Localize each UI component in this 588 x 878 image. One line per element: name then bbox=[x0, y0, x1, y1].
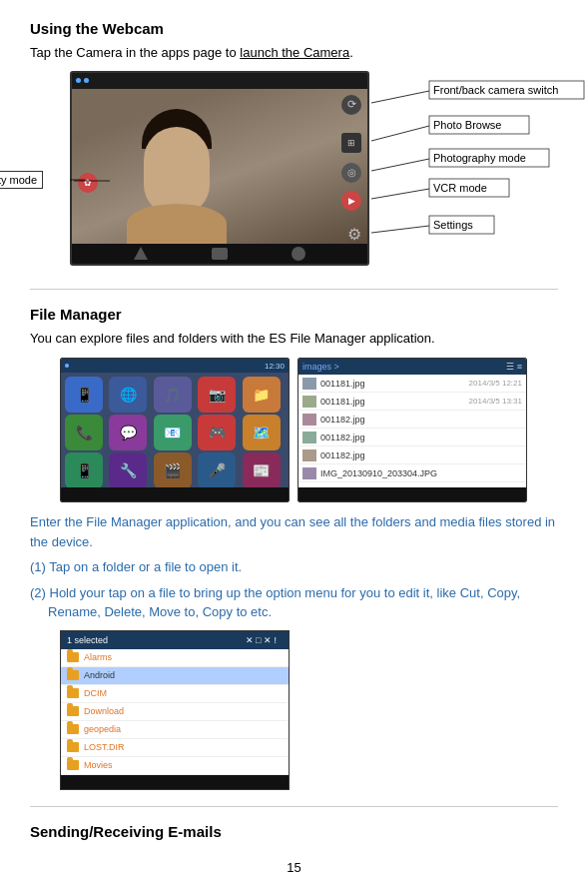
file-list-header: images > ☰ ≡ bbox=[298, 359, 526, 375]
folder-icon bbox=[67, 760, 79, 770]
file-manager-intro: You can explore files and folders with t… bbox=[30, 329, 558, 349]
fm-bottom-screenshot: 1 selected ✕ □ ✕ ! Alarms Android DCIM D… bbox=[60, 630, 290, 790]
page-number: 15 bbox=[30, 860, 558, 875]
instruction-2: (2) Hold your tap on a file to bring up … bbox=[30, 583, 558, 622]
section-divider-2 bbox=[30, 806, 558, 807]
folder-icon bbox=[67, 706, 79, 716]
camera-image: ⟳ ⊞ ◎ ▶ ⚙ ✿ bbox=[70, 71, 369, 266]
folder-icon bbox=[67, 670, 79, 680]
app-icon: 📷 bbox=[198, 377, 236, 413]
svg-line-2 bbox=[371, 126, 429, 141]
svg-rect-5 bbox=[429, 149, 549, 167]
svg-line-4 bbox=[371, 159, 429, 171]
file-list-item: 001181.jpg 2014/3/5 13:31 bbox=[298, 393, 526, 411]
nav-home-icon bbox=[212, 248, 228, 260]
app-icon: 🔧 bbox=[109, 452, 147, 488]
vcr-mode-label: VCR mode bbox=[433, 182, 487, 194]
instruction-1: (1) Tap on a folder or a file to open it… bbox=[30, 557, 558, 577]
settings-label: Settings bbox=[433, 219, 473, 231]
folder-icon bbox=[67, 742, 79, 752]
app-icon: 🎤 bbox=[198, 452, 236, 488]
sending-section: Sending/Receiving E-mails bbox=[30, 823, 558, 840]
file-manager-section: File Manager You can explore files and f… bbox=[30, 306, 558, 790]
webcam-intro: Tap the Camera in the apps page to launc… bbox=[30, 43, 558, 63]
app-icon: 🌐 bbox=[109, 377, 147, 413]
app-icon: 🎵 bbox=[154, 377, 192, 413]
svg-line-0 bbox=[371, 91, 429, 103]
folder-item-android: Android bbox=[61, 667, 289, 685]
file-screenshots-row: 12:30 📱 🌐 🎵 📷 📁 📞 💬 📧 🎮 🗺️ 📱 🔧 🎬 🎤 📰 bbox=[60, 358, 558, 502]
file-list-item: 001182.jpg bbox=[298, 429, 526, 446]
ss-status-bar: 12:30 bbox=[61, 359, 289, 373]
folder-icon bbox=[67, 688, 79, 698]
app-icon: 🗺️ bbox=[243, 415, 281, 450]
app-icon: 📱 bbox=[65, 377, 103, 413]
folder-icon bbox=[67, 652, 79, 662]
svg-rect-7 bbox=[429, 179, 509, 197]
sending-heading: Sending/Receiving E-mails bbox=[30, 823, 558, 840]
svg-line-8 bbox=[371, 226, 429, 233]
photography-mode-label: Photography mode bbox=[433, 152, 526, 164]
app-icon: 💬 bbox=[109, 415, 147, 450]
file-list-item: 001181.jpg 2014/3/5 12:21 bbox=[298, 375, 526, 393]
svg-rect-1 bbox=[429, 81, 584, 99]
app-icon: 📧 bbox=[154, 415, 192, 450]
app-icon: 🎮 bbox=[198, 415, 236, 450]
nav-bar bbox=[72, 244, 367, 264]
file-manager-heading: File Manager bbox=[30, 306, 558, 323]
front-back-label: Front/back camera switch bbox=[433, 84, 558, 96]
app-grid-screenshot: 12:30 📱 🌐 🎵 📷 📁 📞 💬 📧 🎮 🗺️ 📱 🔧 🎬 🎤 📰 bbox=[60, 358, 290, 502]
photo-browse-label: Photo Browse bbox=[433, 119, 501, 131]
vcr-mode-icon: ▶ bbox=[341, 191, 361, 211]
folder-icon bbox=[67, 724, 79, 734]
camera-status-bar bbox=[72, 73, 367, 89]
folder-item-movies: Movies bbox=[61, 757, 289, 775]
webcam-section: Using the Webcam Tap the Camera in the a… bbox=[30, 20, 558, 269]
svg-rect-3 bbox=[429, 116, 529, 134]
file-list-item: IMG_20130910_203304.JPG bbox=[298, 464, 526, 482]
shoulders bbox=[127, 204, 227, 244]
nav-back-icon bbox=[134, 247, 148, 260]
file-list-screenshot: images > ☰ ≡ 001181.jpg 2014/3/5 12:21 0… bbox=[297, 358, 527, 502]
app-icon: 📁 bbox=[243, 377, 281, 413]
app-icon: 📞 bbox=[65, 415, 103, 450]
app-icon: 📰 bbox=[243, 452, 281, 488]
beauty-icon: ✿ bbox=[78, 173, 98, 193]
svg-rect-9 bbox=[429, 216, 494, 234]
app-icon: 📱 bbox=[65, 452, 103, 488]
folder-item-geopedia: geopedia bbox=[61, 721, 289, 739]
file-manager-description: Enter the File Manager application, and … bbox=[30, 512, 558, 551]
folder-item-download: Download bbox=[61, 703, 289, 721]
photo-browse-icon: ⊞ bbox=[341, 133, 361, 153]
app-grid: 📱 🌐 🎵 📷 📁 📞 💬 📧 🎮 🗺️ 📱 🔧 🎬 🎤 📰 bbox=[61, 373, 289, 487]
camera-switch-icon: ⟳ bbox=[341, 95, 361, 115]
webcam-heading: Using the Webcam bbox=[30, 20, 558, 37]
folder-item-alarms: Alarms bbox=[61, 649, 289, 667]
folder-item-dcim: DCIM bbox=[61, 685, 289, 703]
photography-mode-icon: ◎ bbox=[341, 163, 361, 183]
fm-header-text: 1 selected bbox=[67, 635, 108, 645]
face-beauty-label: Face beauty mode bbox=[0, 171, 43, 189]
section-divider-1 bbox=[30, 289, 558, 290]
camera-background bbox=[72, 89, 367, 244]
svg-line-6 bbox=[371, 189, 429, 199]
ss-bottom-bar-2 bbox=[298, 487, 526, 501]
nav-recent-icon bbox=[292, 247, 305, 261]
file-list-item: 001182.jpg bbox=[298, 411, 526, 429]
file-list-item: 001182.jpg bbox=[298, 446, 526, 464]
fm-bottom-bar bbox=[61, 775, 289, 789]
fm-header: 1 selected ✕ □ ✕ ! bbox=[61, 631, 289, 649]
app-icon: 🎬 bbox=[154, 452, 192, 488]
folder-item-lost-dir: LOST.DIR bbox=[61, 739, 289, 757]
settings-icon: ⚙ bbox=[347, 225, 361, 244]
face-silhouette bbox=[144, 127, 210, 215]
ss-bottom-bar bbox=[61, 487, 289, 501]
